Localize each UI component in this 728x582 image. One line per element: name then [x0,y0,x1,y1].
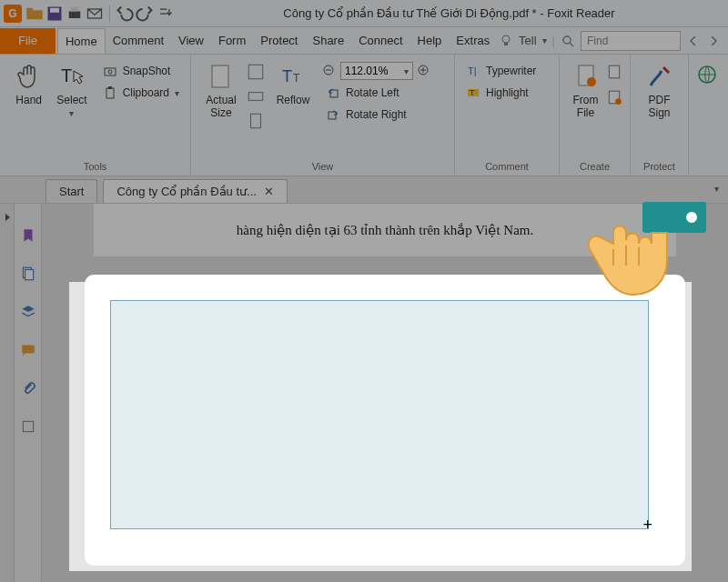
reflow-label: Reflow [277,95,310,107]
highlight-icon: T [466,85,480,100]
pdf-page-2: + [85,275,685,566]
clipboard-button[interactable]: Clipboard ▾ [99,84,183,102]
save-icon[interactable] [46,5,64,23]
zoom-out-icon[interactable] [322,64,337,78]
ribbon-group-tools: Hand T Select▾ SnapShot Clipboard ▾ Tool… [0,55,191,176]
menu-form[interactable]: Form [211,28,253,54]
from-clipboard-icon[interactable] [606,89,622,105]
svg-rect-13 [108,86,112,89]
fit-page-icon[interactable] [246,62,266,82]
clipboard-label: Clipboard [123,86,169,99]
rotate-right-button[interactable]: Rotate Right [322,105,431,124]
actual-size-button[interactable]: Actual Size [198,58,244,120]
bookmark-icon[interactable] [20,227,36,244]
group-label-protect: Protect [638,159,681,174]
crosshair-cursor-icon: + [642,516,652,535]
attachments-icon[interactable] [20,380,36,396]
signatures-icon[interactable] [20,418,36,435]
document-text-line: hàng hiện diện tại 63 tỉnh thành trên kh… [121,222,649,238]
pdf-sign-button[interactable]: PDF Sign [638,58,681,120]
menu-comment[interactable]: Comment [106,28,171,54]
blank-pdf-icon[interactable] [606,64,622,80]
print-icon[interactable] [66,5,84,23]
select-label: Select [56,94,86,106]
svg-rect-26 [329,112,336,119]
group-label-view: View [198,159,447,174]
fit-width-icon[interactable] [246,86,266,106]
globe-icon[interactable] [696,64,718,85]
svg-rect-12 [106,88,114,98]
svg-rect-16 [248,93,262,101]
signature-field-rect[interactable] [110,300,649,529]
ribbon: Hand T Select▾ SnapShot Clipboard ▾ Tool… [0,55,728,176]
zoom-combo[interactable]: 112.01%▾ [340,62,413,80]
comments-icon[interactable] [20,342,36,358]
menu-view[interactable]: View [171,28,211,54]
tab-start[interactable]: Start [46,179,97,203]
svg-point-11 [108,70,112,74]
snapshot-label: SnapShot [123,65,171,77]
rotate-right-label: Rotate Right [346,108,407,121]
close-icon[interactable]: ✕ [264,185,274,198]
svg-rect-25 [330,90,338,97]
svg-rect-10 [105,68,116,75]
side-panel-toggle[interactable] [0,204,15,582]
quick-access-toolbar [25,5,174,23]
from-file-button[interactable]: From File [567,58,604,120]
svg-rect-32 [609,65,619,78]
undo-icon[interactable] [116,5,134,23]
menu-extras[interactable]: Extras [449,28,497,54]
svg-point-31 [587,77,596,86]
rotate-left-icon [326,85,340,100]
svg-point-41 [686,212,697,223]
fit-visible-icon[interactable] [246,111,266,131]
find-input[interactable]: Find [581,31,681,51]
svg-rect-2 [69,11,81,18]
ribbon-group-create: From File Create [560,55,631,176]
reflow-icon: TT [278,62,308,91]
svg-rect-3 [71,6,78,11]
tell-me-dropdown-icon[interactable]: ▾ [542,35,547,45]
lightbulb-icon[interactable] [499,34,513,48]
snapshot-button[interactable]: SnapShot [99,62,183,80]
menu-home[interactable]: Home [57,28,106,54]
pages-icon[interactable] [20,266,36,282]
clipboard-icon [103,85,117,100]
search-icon[interactable] [561,34,575,48]
rotate-left-button[interactable]: Rotate Left [322,84,431,102]
menu-protect[interactable]: Protect [253,28,305,54]
file-menu[interactable]: File [0,28,56,54]
tutorial-hand-pointer-icon [571,196,708,318]
highlight-button[interactable]: T Highlight [462,84,540,102]
hand-icon [15,62,44,91]
svg-point-34 [615,98,622,105]
zoom-in-icon[interactable] [417,64,431,78]
find-next-icon[interactable] [706,34,721,48]
from-file-icon [571,62,601,91]
menu-help[interactable]: Help [410,28,450,54]
email-icon[interactable] [86,5,104,23]
open-icon[interactable] [25,5,44,23]
hand-tool-button[interactable]: Hand [7,58,50,107]
from-file-label: From File [573,95,599,120]
svg-text:T: T [282,67,292,85]
reflow-button[interactable]: TT Reflow [268,58,318,107]
tab-document-label: Công ty Cổ phần Đầu tư... [116,185,256,198]
tell-me[interactable]: Tell [519,34,537,47]
hand-label: Hand [15,95,42,107]
svg-rect-39 [23,421,33,431]
qat-more-icon[interactable] [156,5,174,23]
tab-document[interactable]: Công ty Cổ phần Đầu tư... ✕ [103,179,287,203]
typewriter-icon: T| [466,64,480,78]
typewriter-button[interactable]: T| Typewriter [462,62,540,80]
layers-icon[interactable] [20,304,36,320]
menu-share[interactable]: Share [305,28,351,54]
select-tool-button[interactable]: T Select▾ [50,58,93,120]
menu-connect[interactable]: Connect [351,28,410,54]
tabs-dropdown-icon[interactable]: ▾ [714,184,719,194]
svg-rect-14 [212,65,228,87]
redo-icon[interactable] [136,5,154,23]
pen-sign-icon [645,62,674,91]
find-prev-icon[interactable] [686,34,701,48]
svg-text:T: T [61,65,72,85]
